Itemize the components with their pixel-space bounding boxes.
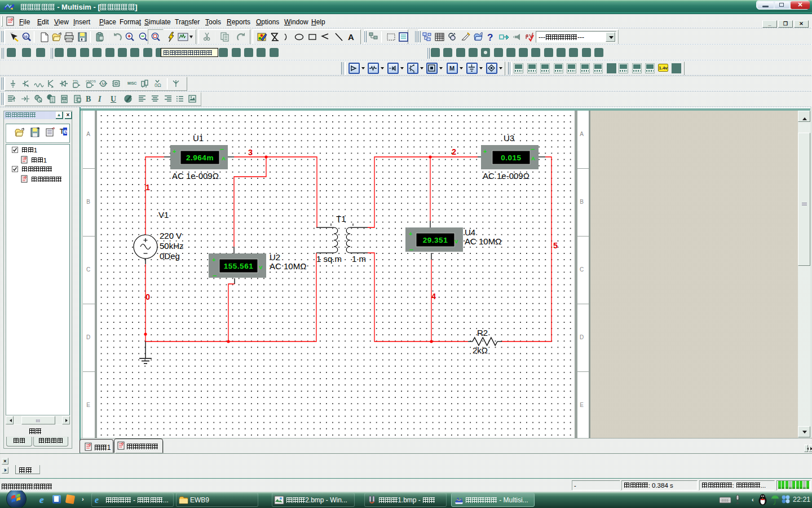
svg-text:+: +: [173, 148, 176, 155]
svg-text:–: –: [409, 245, 413, 253]
svg-text:V: V: [454, 238, 458, 244]
svg-text:0Ω: 0Ω: [155, 82, 161, 88]
svg-text:2kΩ: 2kΩ: [473, 345, 488, 355]
svg-text:M: M: [449, 65, 454, 72]
svg-text:+: +: [483, 148, 487, 155]
svg-text:A: A: [531, 155, 535, 161]
svg-text:1: 1: [145, 183, 150, 192]
svg-text:V: V: [259, 264, 263, 270]
svg-text:CMOS: CMOS: [86, 80, 96, 83]
svg-text:AC 1e-009Ω: AC 1e-009Ω: [483, 171, 529, 181]
svg-text:U2: U2: [270, 252, 280, 262]
svg-text:+: +: [212, 256, 215, 263]
svg-text:TTL: TTL: [73, 80, 79, 83]
svg-text:50kHz: 50kHz: [160, 241, 184, 251]
svg-text:0.015: 0.015: [501, 154, 521, 162]
svg-text:AC 10MΩ: AC 10MΩ: [270, 261, 306, 271]
svg-text:220 V: 220 V: [160, 231, 182, 240]
svg-text:29.351: 29.351: [423, 236, 448, 244]
svg-text:U1: U1: [193, 133, 204, 143]
svg-text:1 m: 1 m: [352, 254, 366, 264]
svg-text:U4: U4: [465, 227, 475, 237]
svg-text:M: M: [102, 81, 106, 86]
svg-text:V1: V1: [158, 210, 169, 220]
svg-text:R2: R2: [477, 328, 488, 338]
svg-text:?: ?: [487, 32, 493, 43]
svg-text:–: –: [213, 271, 217, 279]
svg-text:10: 10: [24, 35, 28, 38]
svg-text:3: 3: [248, 148, 253, 157]
svg-text:T1: T1: [336, 214, 346, 224]
svg-text:1 sq.m: 1 sq.m: [316, 254, 342, 264]
svg-text:A: A: [348, 32, 354, 42]
svg-text:A: A: [222, 155, 226, 161]
svg-text:+: +: [409, 230, 412, 237]
svg-text:155.561: 155.561: [224, 262, 253, 270]
svg-text:AC 10MΩ: AC 10MΩ: [465, 237, 501, 246]
svg-text:5: 5: [553, 241, 558, 250]
svg-text:4: 4: [431, 292, 436, 301]
svg-text:–: –: [531, 144, 535, 153]
svg-text:2.964m: 2.964m: [186, 154, 214, 162]
svg-text:AC 1e-009Ω: AC 1e-009Ω: [172, 171, 219, 181]
svg-text:2: 2: [452, 147, 456, 156]
svg-text:–: –: [220, 144, 224, 153]
svg-text:U3: U3: [504, 133, 514, 143]
svg-text:0: 0: [145, 292, 150, 301]
svg-text:0Deg: 0Deg: [160, 251, 180, 261]
